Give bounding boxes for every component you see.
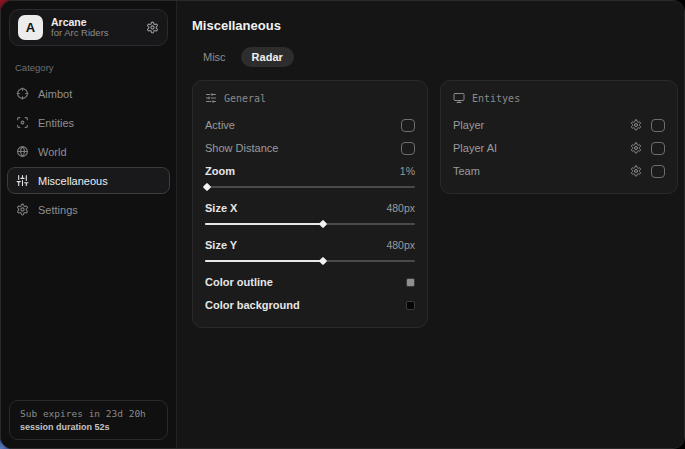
sub-expires-text: Sub expires in 23d 20h (20, 408, 157, 419)
slider-value: 480px (386, 202, 415, 214)
team-checkbox[interactable] (651, 165, 665, 178)
category-label: Category (15, 62, 176, 73)
size-y-slider[interactable] (205, 256, 415, 266)
monitor-icon (453, 92, 465, 104)
slider-row-size-y: Size Y 480px (205, 234, 415, 256)
entities-panel: Entityes Player Player AI (440, 80, 678, 194)
sidebar-item-aimbot[interactable]: Aimbot (7, 80, 170, 107)
entity-row-player: Player (453, 114, 665, 136)
page-title: Miscellaneous (192, 18, 678, 33)
app-window: A Arcane for Arc Riders Category Aimbot (0, 0, 685, 449)
color-label: Color outline (205, 276, 273, 288)
slider-row-zoom: Zoom 1% (205, 160, 415, 182)
globe-icon (16, 145, 29, 158)
scan-eye-icon (16, 116, 29, 129)
subscription-card: Sub expires in 23d 20h session duration … (9, 400, 168, 440)
player-ai-checkbox[interactable] (651, 142, 665, 155)
slider-value: 1% (400, 165, 415, 177)
sidebar-item-settings[interactable]: Settings (7, 196, 170, 223)
gear-icon (16, 203, 29, 216)
app-logo-card[interactable]: A Arcane for Arc Riders (9, 9, 168, 46)
sliders-horizontal-icon (205, 92, 217, 104)
session-duration-text: session duration 52s (20, 422, 157, 432)
entity-row-player-ai: Player AI (453, 137, 665, 159)
slider-thumb[interactable] (203, 183, 211, 191)
sidebar-item-miscellaneous[interactable]: Miscellaneous (7, 167, 170, 194)
crosshair-icon (16, 87, 29, 100)
gear-icon[interactable] (146, 21, 159, 34)
app-logo: A (18, 15, 43, 40)
sidebar-nav: Aimbot Entities World Miscellaneous (1, 80, 176, 223)
sidebar-item-label: Aimbot (38, 88, 72, 100)
gear-icon[interactable] (630, 142, 642, 154)
tab-radar[interactable]: Radar (241, 47, 294, 67)
tab-misc[interactable]: Misc (192, 47, 237, 67)
toggle-row-show-distance: Show Distance (205, 137, 415, 159)
entity-label: Team (453, 165, 480, 177)
tab-bar: Misc Radar (192, 47, 678, 67)
toggle-label: Active (205, 119, 235, 131)
sidebar-item-entities[interactable]: Entities (7, 109, 170, 136)
slider-label: Size X (205, 202, 237, 214)
sidebar: A Arcane for Arc Riders Category Aimbot (1, 1, 177, 448)
sidebar-item-label: Entities (38, 117, 74, 129)
color-row-background: Color background (205, 294, 415, 316)
color-outline-swatch[interactable] (406, 278, 415, 287)
entity-label: Player (453, 119, 484, 131)
slider-thumb[interactable] (318, 220, 326, 228)
active-checkbox[interactable] (401, 119, 415, 132)
slider-value: 480px (386, 239, 415, 251)
sidebar-item-world[interactable]: World (7, 138, 170, 165)
sidebar-item-label: Settings (38, 204, 78, 216)
sidebar-item-label: Miscellaneous (38, 175, 108, 187)
entity-label: Player AI (453, 142, 497, 154)
gear-icon[interactable] (630, 119, 642, 131)
entity-row-team: Team (453, 160, 665, 182)
color-row-outline: Color outline (205, 271, 415, 293)
color-background-swatch[interactable] (406, 301, 415, 310)
general-panel: General Active Show Distance Zoom 1% (192, 80, 428, 328)
slider-label: Size Y (205, 239, 237, 251)
toggle-label: Show Distance (205, 142, 278, 154)
gear-icon[interactable] (630, 165, 642, 177)
color-label: Color background (205, 299, 300, 311)
slider-thumb[interactable] (318, 257, 326, 265)
panel-title: General (224, 93, 266, 104)
sliders-icon (16, 174, 29, 187)
zoom-slider[interactable] (205, 182, 415, 192)
slider-label: Zoom (205, 165, 235, 177)
main-content: Miscellaneous Misc Radar General Active (177, 1, 685, 448)
size-x-slider[interactable] (205, 219, 415, 229)
player-checkbox[interactable] (651, 119, 665, 132)
slider-row-size-x: Size X 480px (205, 197, 415, 219)
app-subtitle: for Arc Riders (51, 28, 109, 39)
show-distance-checkbox[interactable] (401, 142, 415, 155)
panel-title: Entityes (472, 93, 520, 104)
toggle-row-active: Active (205, 114, 415, 136)
sidebar-item-label: World (38, 146, 67, 158)
